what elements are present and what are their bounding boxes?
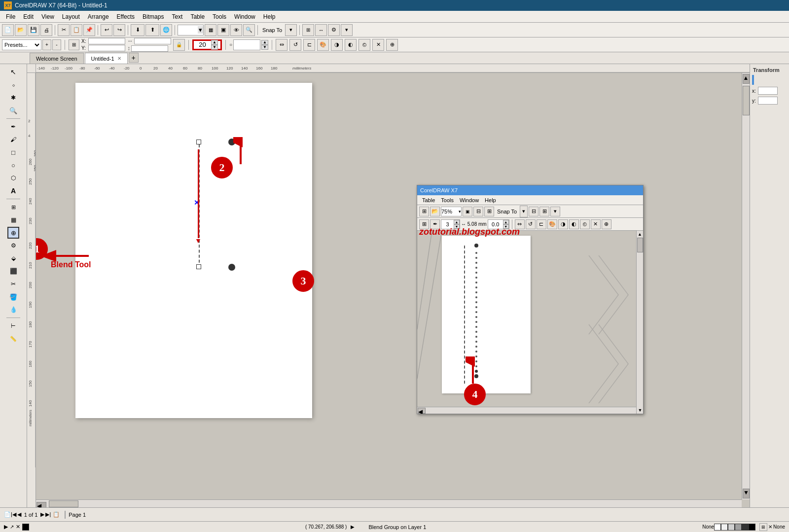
node-tool[interactable]: ⬦: [7, 79, 19, 91]
import-button[interactable]: ⬇: [131, 24, 144, 36]
angle-input[interactable]: 0.0: [233, 39, 260, 50]
sub-opt-btn[interactable]: ▾: [550, 207, 560, 216]
scroll-down-btn[interactable]: ▼: [743, 489, 750, 498]
menu-text[interactable]: Text: [168, 12, 186, 21]
sub-scroll-down[interactable]: ▼: [637, 408, 643, 413]
menu-table[interactable]: Table: [186, 12, 209, 21]
zoom-box[interactable]: 75% ▾: [178, 25, 204, 35]
options-btn[interactable]: ⚙: [328, 24, 340, 36]
angle-down[interactable]: ▼: [261, 45, 268, 50]
w-input[interactable]: 2.029 mm: [134, 38, 171, 44]
mirror-h-btn[interactable]: ⇔: [276, 39, 287, 51]
grid-view-btn[interactable]: ⊞: [69, 39, 79, 50]
paste-button[interactable]: 📌: [83, 24, 95, 36]
color-gray2[interactable]: [735, 524, 742, 531]
print-button[interactable]: 🖨: [40, 24, 52, 36]
sub-end-btn[interactable]: ◐: [569, 219, 579, 229]
transform-y-input[interactable]: 0.: [758, 97, 778, 105]
sub-menu-help[interactable]: Help: [482, 197, 499, 204]
eyedropper-tool[interactable]: 💧: [7, 304, 19, 316]
dist-btn[interactable]: ↔: [315, 24, 327, 36]
sub-path-btn[interactable]: ⊏: [537, 219, 546, 229]
page-nav-prev[interactable]: ◀: [17, 511, 21, 518]
h-input[interactable]: 80.347 mm: [131, 45, 168, 52]
cut-button[interactable]: ✂: [58, 24, 70, 36]
bottom-nav-btn[interactable]: ↗: [10, 524, 14, 530]
scroll-left-btn[interactable]: ◀: [36, 502, 46, 507]
sub-start-btn[interactable]: ◑: [558, 219, 568, 229]
scrollbar-h[interactable]: ◀: [36, 499, 742, 507]
options-dropdown[interactable]: ▾: [341, 24, 353, 36]
distort-tool[interactable]: ⚙: [7, 240, 19, 251]
blend-top-handle[interactable]: [196, 140, 201, 144]
sub-clear-btn[interactable]: ✕: [591, 219, 601, 229]
preset-remove[interactable]: -: [52, 39, 61, 50]
select-tool[interactable]: ↖: [7, 66, 19, 78]
page-nav-prev2[interactable]: |◀: [11, 511, 16, 518]
sub-color-btn[interactable]: 🎨: [547, 219, 557, 229]
sub-view-btn[interactable]: ▣: [463, 207, 472, 216]
para-tool[interactable]: ⊞: [7, 201, 19, 213]
view-btn3[interactable]: 🔍: [243, 24, 255, 36]
pen-tool[interactable]: ✒: [7, 121, 19, 133]
sub-loop-btn[interactable]: ↺: [526, 219, 536, 229]
color-gray1[interactable]: [728, 524, 735, 531]
zoom-dropdown[interactable]: ▾: [198, 26, 203, 34]
angle-spinner[interactable]: ▲ ▼: [261, 40, 268, 50]
preset-add[interactable]: +: [42, 39, 51, 50]
zoom-input[interactable]: 75%: [178, 27, 198, 34]
menu-layout[interactable]: Layout: [58, 12, 84, 21]
ellipse-tool[interactable]: ○: [7, 159, 19, 171]
transform-x-input[interactable]: 0.: [758, 87, 778, 95]
sub-steps-up[interactable]: ▲: [454, 220, 460, 224]
sub-view2-btn[interactable]: ⊟: [473, 207, 483, 216]
shadow-tool[interactable]: ▦: [7, 214, 19, 226]
envelope-tool[interactable]: ⬙: [7, 252, 19, 264]
blend-tool[interactable]: ⊕: [7, 227, 19, 239]
tab-welcome[interactable]: Welcome Screen: [30, 53, 84, 64]
menu-file[interactable]: File: [2, 12, 19, 21]
sub-scroll-up[interactable]: ▲: [637, 232, 643, 237]
new-button[interactable]: 📄: [2, 24, 14, 36]
redo-button[interactable]: ↪: [113, 24, 125, 36]
color-black[interactable]: [749, 524, 755, 531]
copy-prop-btn[interactable]: ©: [359, 39, 370, 51]
sub-steps-input[interactable]: 3: [441, 221, 454, 227]
sub-icon-btn[interactable]: ⊞: [419, 207, 429, 216]
color-dark[interactable]: [742, 524, 749, 531]
sub-scroll-thumb[interactable]: [637, 238, 643, 252]
sub-copy2-btn[interactable]: ©: [580, 219, 590, 229]
rect-tool[interactable]: □: [7, 146, 19, 158]
sub-extra-btn[interactable]: ⊕: [602, 219, 611, 229]
color-light[interactable]: [721, 524, 728, 531]
tb2-btn1[interactable]: ⊕: [386, 39, 398, 51]
text-tool[interactable]: A: [7, 185, 19, 197]
sub-view3-btn[interactable]: ⊞: [484, 207, 494, 216]
menu-bitmaps[interactable]: Bitmaps: [139, 12, 168, 21]
grid-button[interactable]: ▦: [205, 24, 216, 36]
menu-help[interactable]: Help: [259, 12, 280, 21]
tab-add-button[interactable]: +: [129, 53, 139, 63]
sub-angle-input[interactable]: 0.0: [488, 221, 503, 227]
snap-btn[interactable]: ▾: [285, 24, 297, 36]
menu-view[interactable]: View: [37, 12, 58, 21]
menu-arrange[interactable]: Arrange: [84, 12, 113, 21]
end-obj-btn[interactable]: ◐: [345, 39, 357, 51]
scroll-thumb-h[interactable]: [49, 500, 78, 507]
page-nav-next[interactable]: ▶: [40, 511, 44, 518]
crop-tool[interactable]: ✂: [7, 278, 19, 290]
view-btn1[interactable]: ▣: [217, 24, 229, 36]
menu-window[interactable]: Window: [230, 12, 259, 21]
freehand-tool[interactable]: ✱: [7, 92, 19, 104]
copy-button[interactable]: 📋: [71, 24, 82, 36]
sub-scrollbar-v[interactable]: ▲ ▼: [636, 231, 643, 414]
steps-input[interactable]: 20: [194, 41, 211, 48]
fill-tool[interactable]: 🪣: [7, 291, 19, 303]
clear-btn[interactable]: ✕: [372, 39, 384, 51]
bottom-grid-btn[interactable]: ⊞: [759, 523, 767, 531]
sub-scrollbar-h[interactable]: ◀: [417, 407, 636, 414]
menu-tools[interactable]: Tools: [209, 12, 230, 21]
steps-box[interactable]: 20 ▲ ▼: [192, 39, 222, 50]
fill-swatch[interactable]: [22, 524, 29, 531]
menu-edit[interactable]: Edit: [19, 12, 37, 21]
